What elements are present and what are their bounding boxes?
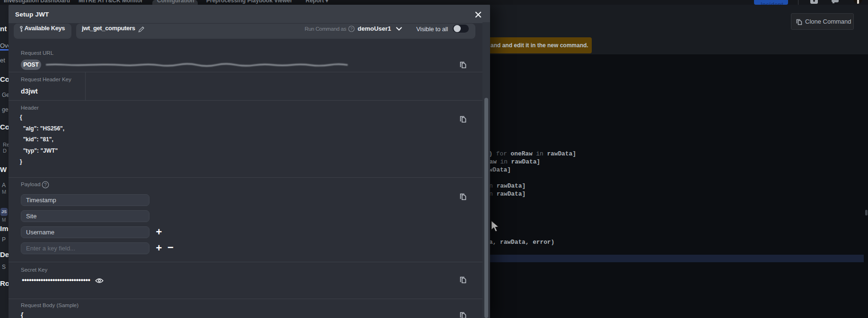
svg-text:?: ? <box>44 182 47 188</box>
svg-text:?: ? <box>350 26 352 31</box>
